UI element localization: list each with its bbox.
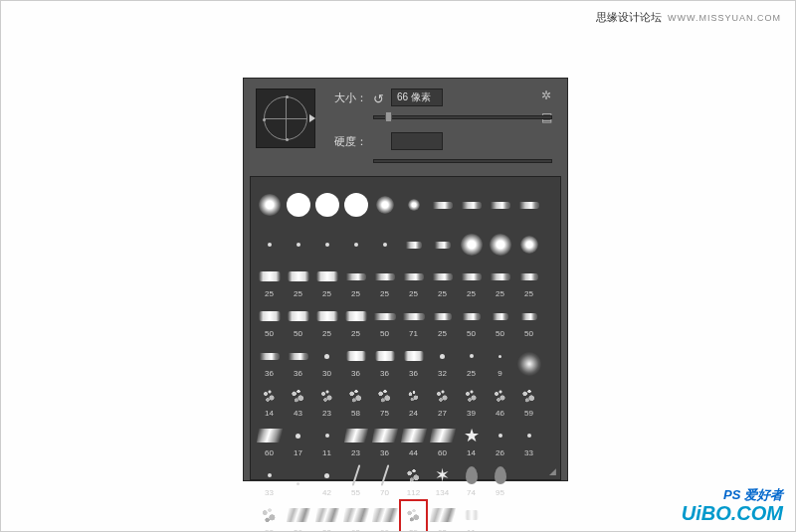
brush-preset[interactable]: 50 (255, 300, 284, 340)
brush-preset[interactable]: 90 (255, 499, 284, 532)
brush-preset[interactable]: 55 (341, 459, 370, 499)
panel-header: 大小： ↺ 66 像素 硬度： (244, 79, 567, 172)
brush-preset[interactable] (284, 459, 312, 499)
brush-preset[interactable] (486, 181, 514, 221)
brush-preset[interactable]: 23 (341, 420, 370, 459)
brush-preset[interactable]: 39 (399, 499, 428, 532)
brush-preset[interactable]: 36 (370, 340, 399, 380)
brush-preset[interactable]: 33 (255, 459, 284, 499)
brush-preset[interactable]: 74 (457, 459, 486, 499)
brush-preset[interactable]: 25 (284, 261, 312, 300)
brush-preset[interactable] (514, 499, 543, 532)
brush-preset[interactable]: 36 (341, 340, 370, 380)
brush-preset[interactable] (284, 181, 312, 221)
brush-preset[interactable]: 24 (399, 380, 428, 420)
gear-icon[interactable]: ✲ (541, 89, 555, 102)
brush-preset[interactable]: 50 (457, 300, 486, 340)
brush-preset[interactable] (514, 340, 543, 380)
brush-preset[interactable]: 25 (341, 300, 370, 340)
brush-preset[interactable]: 60 (255, 420, 284, 459)
brush-preset[interactable]: 50 (284, 300, 312, 340)
brush-preset[interactable]: 33 (312, 499, 341, 532)
brush-preset[interactable]: 25 (255, 261, 284, 300)
brush-preset[interactable]: 25 (399, 261, 428, 300)
brush-preset[interactable]: ✶134 (428, 459, 457, 499)
brush-preset[interactable]: 58 (341, 380, 370, 420)
brush-preset[interactable]: 36 (370, 420, 399, 459)
hardness-input[interactable] (391, 132, 443, 150)
brush-preset[interactable]: 36 (284, 340, 312, 380)
brush-preset[interactable]: 32 (428, 340, 457, 380)
brush-preset[interactable] (370, 221, 399, 261)
reset-size-icon[interactable]: ↺ (373, 91, 385, 103)
brush-preset[interactable] (284, 221, 312, 261)
size-input[interactable]: 66 像素 (391, 89, 443, 106)
brush-preset[interactable]: 36 (399, 340, 428, 380)
brush-preset[interactable]: 11 (312, 420, 341, 459)
brush-preset[interactable]: 30 (312, 340, 341, 380)
brush-preset[interactable] (341, 181, 370, 221)
brush-preset[interactable] (399, 221, 428, 261)
brush-preset[interactable]: ★14 (457, 420, 486, 459)
brush-preset[interactable]: 25 (514, 261, 543, 300)
brush-preset[interactable] (428, 221, 457, 261)
brush-preset[interactable]: 17 (284, 420, 312, 459)
brush-preset[interactable]: 39 (457, 380, 486, 420)
brush-preset[interactable]: 50 (514, 300, 543, 340)
brush-preset[interactable]: 36 (284, 499, 312, 532)
brush-preset[interactable] (486, 499, 514, 532)
brush-preset[interactable]: 9 (486, 340, 514, 380)
brush-preset[interactable]: 112 (399, 459, 428, 499)
brush-preset[interactable]: 59 (514, 380, 543, 420)
brush-preset[interactable] (370, 181, 399, 221)
brush-preset[interactable]: 25 (312, 300, 341, 340)
brush-preset[interactable] (312, 181, 341, 221)
brush-preset[interactable]: 60 (428, 420, 457, 459)
arrow-right-icon (309, 114, 315, 122)
brush-preset[interactable] (457, 221, 486, 261)
brush-preset[interactable]: 25 (312, 261, 341, 300)
brush-preset[interactable]: 11 (457, 499, 486, 532)
brush-preset[interactable]: 63 (341, 499, 370, 532)
brush-preset[interactable]: 25 (370, 261, 399, 300)
brush-preset[interactable]: 36 (255, 340, 284, 380)
brush-preset[interactable]: 95 (486, 459, 514, 499)
brush-preset[interactable]: 44 (399, 420, 428, 459)
brush-preset[interactable] (255, 181, 284, 221)
brush-preset[interactable] (457, 181, 486, 221)
brush-preset[interactable]: 33 (514, 420, 543, 459)
brush-preset[interactable]: 25 (428, 300, 457, 340)
brush-preset[interactable]: 66 (370, 499, 399, 532)
brush-preset[interactable]: 71 (399, 300, 428, 340)
brush-preset[interactable] (486, 221, 514, 261)
brush-preset[interactable]: 70 (370, 459, 399, 499)
brush-preset[interactable] (341, 221, 370, 261)
brush-preset[interactable]: 27 (428, 380, 457, 420)
brush-preset[interactable]: 43 (284, 380, 312, 420)
brush-preset[interactable]: 23 (312, 380, 341, 420)
brush-preset[interactable]: 25 (457, 340, 486, 380)
brush-preset[interactable]: 42 (312, 459, 341, 499)
brush-preset[interactable]: 50 (486, 300, 514, 340)
brush-preset[interactable]: 25 (457, 261, 486, 300)
brush-preset[interactable]: 75 (370, 380, 399, 420)
brush-preset[interactable] (514, 181, 543, 221)
brush-preset[interactable] (514, 459, 543, 499)
brush-preset[interactable]: 25 (341, 261, 370, 300)
brush-preset[interactable] (312, 221, 341, 261)
brush-preset[interactable] (428, 181, 457, 221)
resize-grip-icon[interactable]: ◢ (549, 466, 556, 476)
brush-preset[interactable]: 25 (486, 261, 514, 300)
brush-preset[interactable] (399, 181, 428, 221)
brush-preset[interactable]: 46 (486, 380, 514, 420)
brush-preset[interactable]: 50 (370, 300, 399, 340)
size-slider[interactable] (373, 110, 552, 122)
brush-preset[interactable]: 14 (255, 380, 284, 420)
brush-angle-preview[interactable] (256, 89, 315, 148)
brush-preset[interactable] (514, 221, 543, 261)
brush-preset[interactable]: 25 (428, 261, 457, 300)
hardness-slider[interactable] (373, 154, 552, 166)
brush-preset[interactable]: 63 (428, 499, 457, 532)
brush-preset[interactable] (255, 221, 284, 261)
brush-preset[interactable]: 26 (486, 420, 514, 459)
